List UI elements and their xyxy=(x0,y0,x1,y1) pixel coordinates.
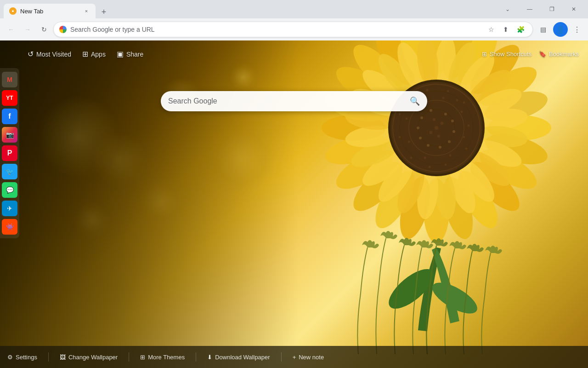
change-wallpaper-icon: 🖼 xyxy=(60,354,66,361)
bookmarks-icon: 🔖 xyxy=(539,51,546,58)
address-bar[interactable]: Search Google or type a URL ☆ ⬆ 🧩 xyxy=(53,22,533,37)
most-visited-shortcut[interactable]: ↺ Most Visited xyxy=(28,50,71,58)
title-bar: ● New Tab × + ⌄ — ❐ ✕ xyxy=(0,0,588,18)
search-icon: 🔍 xyxy=(410,96,420,106)
google-favicon xyxy=(59,26,67,33)
svg-point-74 xyxy=(424,157,426,159)
youtube-icon[interactable]: YT xyxy=(2,90,17,106)
new-note-icon: + xyxy=(293,354,296,361)
svg-point-80 xyxy=(468,125,470,127)
address-input[interactable]: Search Google or type a URL xyxy=(70,26,481,33)
svg-point-61 xyxy=(427,144,430,147)
forward-button[interactable]: → xyxy=(20,22,35,37)
show-shortcuts-button[interactable]: ⊞ Show Shortcuts xyxy=(482,51,531,58)
minimize-button[interactable]: — xyxy=(519,2,540,17)
svg-point-75 xyxy=(408,141,410,143)
profile-icon: 👤 xyxy=(556,25,565,34)
svg-point-90 xyxy=(463,102,465,104)
bookmarks-button[interactable]: 🔖 Bookmarks xyxy=(539,51,579,58)
separator-2 xyxy=(129,352,129,362)
svg-point-69 xyxy=(437,135,440,138)
svg-point-70 xyxy=(433,118,435,121)
window-controls: ⌄ — ❐ ✕ xyxy=(497,2,584,17)
apps-icon: ⊞ xyxy=(82,50,88,58)
whatsapp-icon[interactable]: 💬 xyxy=(2,182,17,198)
svg-point-67 xyxy=(435,126,438,130)
svg-point-58 xyxy=(452,130,455,133)
tab-list-button[interactable]: ⌄ xyxy=(497,2,518,17)
new-note-btn[interactable]: + New note xyxy=(293,354,324,361)
sidebar-toggle-button[interactable]: ▤ xyxy=(537,23,549,36)
more-themes-btn[interactable]: ⊞ More Themes xyxy=(140,354,185,361)
address-icons: ☆ ⬆ 🧩 xyxy=(485,23,527,36)
svg-point-64 xyxy=(420,116,423,119)
instagram-icon[interactable]: 📷 xyxy=(2,127,17,143)
search-placeholder: Search Google xyxy=(168,97,405,105)
svg-point-81 xyxy=(465,148,468,150)
reddit-icon[interactable]: 👾 xyxy=(2,219,17,235)
bookmarks-label: Bookmarks xyxy=(549,51,579,58)
facebook-icon[interactable]: f xyxy=(2,109,17,124)
apps-shortcut[interactable]: ⊞ Apps xyxy=(82,50,106,58)
separator-4 xyxy=(281,352,282,362)
share-label: Share xyxy=(126,51,143,58)
browser-chrome: ● New Tab × + ⌄ — ❐ ✕ ← → ↻ Search Googl… xyxy=(0,0,588,40)
new-note-label: New note xyxy=(299,354,324,361)
change-wallpaper-label: Change Wallpaper xyxy=(68,354,118,361)
profile-button[interactable]: 👤 xyxy=(553,22,568,37)
svg-point-66 xyxy=(441,122,444,125)
active-tab[interactable]: ● New Tab × xyxy=(4,4,96,18)
back-button[interactable]: ← xyxy=(4,22,18,37)
svg-point-73 xyxy=(449,155,452,157)
bottom-bar: ⚙ Settings 🖼 Change Wallpaper ⊞ More The… xyxy=(0,346,588,368)
separator-1 xyxy=(48,352,49,362)
extensions-button[interactable]: 🧩 xyxy=(514,23,527,36)
bookmark-star-button[interactable]: ☆ xyxy=(485,23,498,36)
svg-point-59 xyxy=(448,140,451,143)
download-wallpaper-btn[interactable]: ⬇ Download Wallpaper xyxy=(207,354,270,361)
most-visited-icon: ↺ xyxy=(28,50,34,58)
share-button[interactable]: ⬆ xyxy=(499,23,512,36)
apps-label: Apps xyxy=(91,51,106,58)
new-tab-button[interactable]: + xyxy=(97,6,110,18)
close-button[interactable]: ✕ xyxy=(563,2,584,17)
svg-point-65 xyxy=(430,109,432,112)
pinterest-icon[interactable]: P xyxy=(2,145,17,161)
settings-label: Settings xyxy=(16,354,37,361)
change-wallpaper-btn[interactable]: 🖼 Change Wallpaper xyxy=(60,354,118,361)
svg-point-79 xyxy=(456,99,458,102)
tab-favicon: ● xyxy=(9,7,17,15)
svg-point-83 xyxy=(429,166,431,168)
nav-bar: ← → ↻ Search Google or type a URL ☆ ⬆ 🧩 … xyxy=(0,18,588,40)
svg-point-76 xyxy=(406,118,408,120)
more-themes-label: More Themes xyxy=(148,354,185,361)
settings-icon: ⚙ xyxy=(7,354,13,361)
top-shortcuts: ↺ Most Visited ⊞ Apps ▣ Share xyxy=(28,50,143,58)
share-icon: ▣ xyxy=(117,50,124,58)
telegram-icon[interactable]: ✈ xyxy=(2,201,17,216)
share-shortcut[interactable]: ▣ Share xyxy=(117,50,143,58)
svg-point-85 xyxy=(399,136,401,138)
maximize-button[interactable]: ❐ xyxy=(541,2,562,17)
show-shortcuts-icon: ⊞ xyxy=(482,51,487,58)
svg-point-72 xyxy=(463,136,465,138)
svg-point-82 xyxy=(445,164,447,166)
dark-overlay xyxy=(0,40,299,368)
settings-btn[interactable]: ⚙ Settings xyxy=(7,354,37,361)
gmail-icon[interactable]: M xyxy=(2,72,17,87)
reload-button[interactable]: ↻ xyxy=(37,22,51,37)
search-bar[interactable]: Search Google 🔍 xyxy=(161,91,427,111)
tab-title: New Tab xyxy=(20,8,79,15)
tab-close-button[interactable]: × xyxy=(83,7,90,15)
chrome-menu-button[interactable]: ⋮ xyxy=(570,22,584,37)
twitter-icon[interactable]: 🐦 xyxy=(2,164,17,179)
svg-point-68 xyxy=(430,131,433,134)
svg-point-88 xyxy=(426,89,429,92)
svg-point-71 xyxy=(461,111,463,113)
separator-3 xyxy=(196,352,196,362)
svg-point-63 xyxy=(417,126,419,129)
sunflower-image xyxy=(276,40,588,368)
most-visited-label: Most Visited xyxy=(36,51,71,58)
svg-point-89 xyxy=(447,90,449,92)
more-themes-icon: ⊞ xyxy=(140,354,145,361)
